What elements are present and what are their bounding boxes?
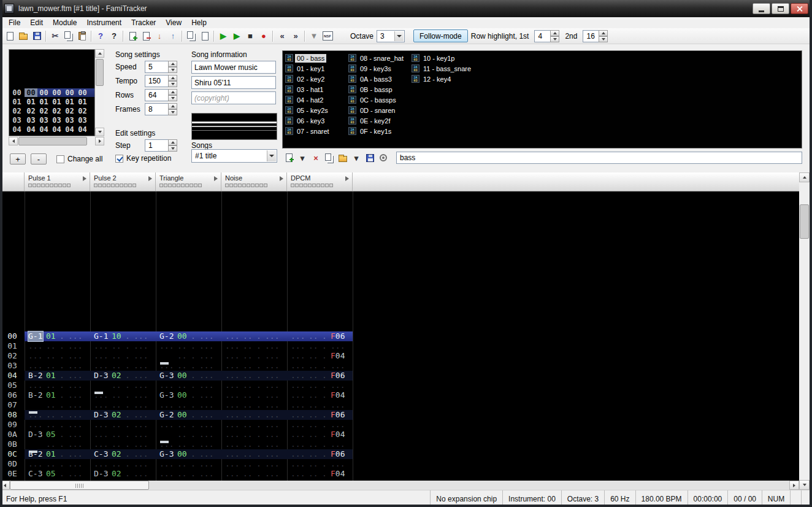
pattern-cell[interactable]: ......... <box>221 459 287 469</box>
title-bar[interactable]: lawn_mower.ftm [#1 title] - FamiTracker <box>0 0 812 17</box>
scrollbar-track[interactable] <box>88 137 95 145</box>
pattern-cell[interactable]: C-305.... <box>25 469 90 479</box>
frame-pattern-cell[interactable]: 04 <box>37 125 50 134</box>
pattern-cell[interactable]: ......... <box>25 341 90 351</box>
pattern-cell[interactable]: ......... <box>287 420 353 430</box>
pattern-cell[interactable]: ......... <box>156 341 221 351</box>
song-select[interactable]: #1 title <box>191 149 277 163</box>
frame-pattern-cell[interactable]: 01 <box>76 98 89 106</box>
pattern-cell[interactable]: ......... <box>90 459 156 469</box>
instrument-item[interactable]: 2A0311 - bass_snare <box>412 63 475 74</box>
frame-pattern-cell[interactable]: 03 <box>25 116 37 125</box>
pattern-cell[interactable]: ......... <box>221 331 287 341</box>
menu-item-tracker[interactable]: Tracker <box>126 18 161 28</box>
cut-button[interactable]: ✂ <box>48 29 62 43</box>
pattern-vscrollbar[interactable] <box>799 172 810 490</box>
pattern-cell[interactable]: D-302.... <box>90 469 156 479</box>
song-select-dropdown-button[interactable] <box>267 150 276 161</box>
tempo-input[interactable]: 150 <box>145 75 177 87</box>
insert-frame-button[interactable] <box>126 29 139 43</box>
pattern-cell[interactable]: D-305.... <box>25 430 90 439</box>
copy-button[interactable] <box>62 29 75 43</box>
frame-pattern-cell[interactable]: 01 <box>50 98 63 106</box>
frame-pattern-cell[interactable]: 00 <box>25 88 37 97</box>
pattern-cell[interactable]: G-110.... <box>90 331 156 341</box>
pattern-cell[interactable]: G-200.... <box>156 410 221 420</box>
channel-header-triangle[interactable]: Triangle <box>156 172 221 191</box>
spin-down-button[interactable] <box>599 36 608 42</box>
channel-header-noise[interactable]: Noise <box>221 172 287 191</box>
follow-mode-button[interactable]: Follow-mode <box>413 29 468 42</box>
scrollbar-track[interactable] <box>149 481 789 490</box>
instrument-item[interactable]: 2A0300 - bass <box>285 53 348 63</box>
pattern-cell[interactable]: ......... <box>221 390 287 400</box>
pattern-cell[interactable]: ......F04 <box>287 390 353 400</box>
spin-up-button[interactable] <box>168 139 177 145</box>
instrument-item[interactable]: 2A0305 - key2s <box>285 105 348 115</box>
frame-pattern-cell[interactable]: 02 <box>37 107 50 115</box>
pattern-cell[interactable]: ...... <box>156 430 221 439</box>
pattern-cell[interactable]: ......... <box>221 351 287 361</box>
pattern-cell[interactable]: ......... <box>221 439 287 449</box>
change-all-checkbox[interactable] <box>56 155 64 163</box>
frame-row[interactable]: 000000000000 <box>9 88 94 97</box>
instrument-item[interactable]: 2A0304 - hat2 <box>285 95 348 105</box>
instrument-properties-button[interactable] <box>377 151 390 164</box>
funnel-button[interactable]: ▼ <box>307 29 321 43</box>
pattern-cell[interactable]: ......... <box>25 459 90 469</box>
pattern-cell[interactable]: ...... <box>90 381 156 390</box>
scroll-down-button[interactable] <box>95 128 104 136</box>
song-name-input[interactable] <box>191 61 276 74</box>
step-input[interactable]: 1 <box>145 139 177 152</box>
instrument-item[interactable]: 2A030C - bassps <box>348 95 412 105</box>
frame-pattern-cell[interactable]: 02 <box>76 107 89 115</box>
pattern-cell[interactable]: ......... <box>221 361 287 371</box>
save-instrument-button[interactable] <box>363 151 377 164</box>
instrument-item[interactable]: 2A030D - snaren <box>348 105 412 115</box>
pattern-cell[interactable]: G-300.... <box>156 390 221 400</box>
channel-header-pulse2[interactable]: Pulse 2 <box>90 172 156 191</box>
menu-item-instrument[interactable]: Instrument <box>82 18 126 28</box>
instrument-item[interactable]: 2A0307 - snaret <box>285 126 348 136</box>
new-instrument-dropdown-button[interactable]: ▾ <box>296 151 309 164</box>
scroll-right-button[interactable] <box>789 481 799 490</box>
row-highlight-2nd-spinner[interactable]: 16 <box>583 30 608 42</box>
clone-instrument-button[interactable] <box>323 151 336 164</box>
pattern-cell[interactable]: B-201.... <box>25 449 90 459</box>
open-file-button[interactable] <box>17 29 30 43</box>
pattern-cell[interactable]: ......... <box>90 420 156 430</box>
prev-frame-button[interactable]: « <box>275 29 289 43</box>
pattern-cell[interactable]: ......... <box>25 420 90 430</box>
save-file-button[interactable] <box>30 29 44 43</box>
remove-instrument-button[interactable]: × <box>309 151 323 164</box>
spin-down-button[interactable] <box>168 109 177 115</box>
spin-up-button[interactable] <box>550 30 559 36</box>
pattern-cell[interactable]: D-302.... <box>90 410 156 420</box>
frame-pattern-cell[interactable]: 01 <box>25 98 37 106</box>
pattern-cell[interactable]: ......... <box>90 351 156 361</box>
pattern-cell[interactable]: ......... <box>221 400 287 410</box>
pattern-cell[interactable]: ......... <box>25 410 90 420</box>
pattern-cell[interactable]: ...... <box>156 351 221 361</box>
instrument-item[interactable]: 2A030F - key1s <box>348 126 412 136</box>
scrollbar-thumb[interactable] <box>18 137 87 145</box>
pattern-cell[interactable]: ......F06 <box>287 410 353 420</box>
frame-pattern-cell[interactable]: 01 <box>37 98 50 106</box>
frame-pattern-cell[interactable]: 02 <box>63 107 76 115</box>
scroll-up-button[interactable] <box>799 172 810 182</box>
spin-up-button[interactable] <box>168 103 177 109</box>
scrollbar-thumb[interactable] <box>10 481 149 490</box>
song-artist-input[interactable] <box>191 76 276 89</box>
pattern-cell[interactable]: G-300.... <box>156 371 221 381</box>
spin-up-button[interactable] <box>168 61 177 67</box>
spin-down-button[interactable] <box>168 145 177 152</box>
frame-pattern-cell[interactable]: 00 <box>63 88 76 97</box>
frame-pattern-cell[interactable]: 01 <box>63 98 76 106</box>
instrument-item[interactable]: 2A030A - bass3 <box>348 74 412 84</box>
instrument-name-input[interactable] <box>396 152 802 164</box>
pattern-cell[interactable]: C-302.... <box>90 449 156 459</box>
menu-item-file[interactable]: File <box>4 18 25 28</box>
pattern-cell[interactable]: ......... <box>221 449 287 459</box>
pattern-cell[interactable]: ......... <box>90 390 156 400</box>
pattern-cell[interactable]: ......... <box>156 469 221 479</box>
